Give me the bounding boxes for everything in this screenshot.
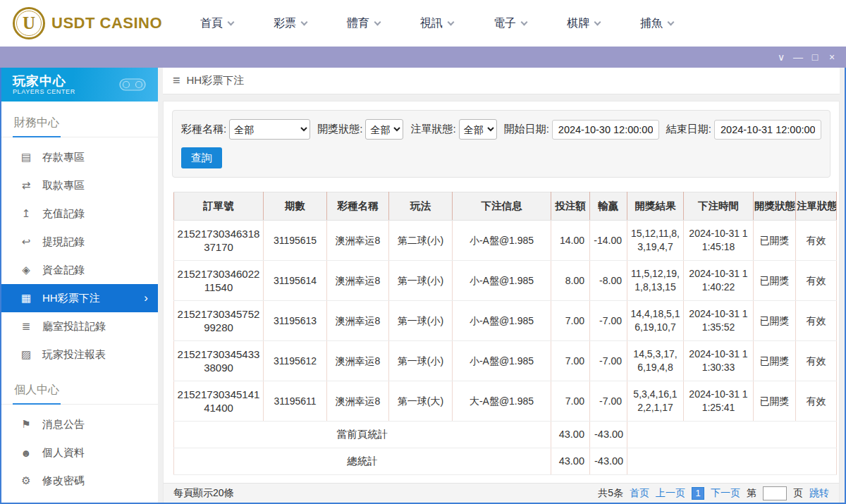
cell-order-no: 2152173034514141400 (174, 381, 264, 422)
jump-suffix-text: 页 (793, 487, 803, 500)
lottery-icon: ▦ (20, 292, 32, 305)
grand-summary-label: 總統計 (174, 448, 551, 475)
close-button[interactable]: × (823, 47, 840, 68)
cell-win-loss: -7.00 (590, 301, 627, 341)
search-button[interactable]: 查詢 (181, 147, 222, 168)
cell-draw-result: 15,12,11,8,3,19,4,7 (627, 221, 684, 261)
sidebar-item-fund-records[interactable]: ◈ 資金記錄 (1, 256, 158, 284)
cell-play: 第一球(小) (389, 341, 453, 381)
cell-draw-status: 已開獎 (754, 261, 796, 301)
grand-summary-row: 總統計 43.00 -43.00 (174, 448, 837, 475)
user-icon: ☻ (20, 447, 32, 459)
bell-icon: ⚑ (20, 418, 32, 431)
prev-page-link[interactable]: 上一页 (656, 487, 685, 500)
cell-order-no: 2152173034602211540 (174, 261, 264, 301)
deposit-icon: ▤ (20, 151, 32, 164)
nav-item-label: 捕魚 (640, 16, 663, 31)
cell-issue: 31195613 (264, 301, 327, 341)
sidebar-item-change-password[interactable]: ⚙ 修改密碼 (1, 467, 158, 495)
cell-draw-status: 已開獎 (754, 381, 796, 422)
nav-item-slots[interactable]: 電子 (494, 16, 527, 31)
next-page-link[interactable]: 下一页 (711, 487, 740, 500)
nav-item-label: 視訊 (420, 16, 443, 31)
first-page-link[interactable]: 首页 (630, 487, 649, 500)
start-date-input[interactable] (552, 120, 659, 140)
app-window: U USDT CASINO 首頁 彩票 體育 視訊 電子 (0, 0, 846, 504)
page-summary-label: 當前頁統計 (174, 422, 551, 448)
sidebar-item-recharge-records[interactable]: ↥ 充值記錄 (1, 199, 158, 228)
sidebar-item-withdrawal-records[interactable]: ↩ 提現記錄 (1, 228, 158, 256)
content-panel: 彩種名稱: 全部 開獎狀態: 全部 注單狀態: 全部 開始日期: (163, 101, 840, 503)
sidebar-item-withdraw[interactable]: ⇄ 取款專區 (1, 171, 158, 199)
sidebar: 玩家中心 PLAYERS CENTER 財務中心 ▤ 存款專區 ⇄ (1, 68, 158, 503)
table-row: 215217303463183717031195615澳洲幸运8第二球(小)小-… (174, 221, 837, 261)
lottery-select-label: 彩種名稱: (181, 123, 226, 136)
cell-lottery-name: 澳洲幸运8 (327, 381, 389, 422)
nav-item-sports[interactable]: 體育 (347, 16, 380, 31)
maximize-button[interactable]: □ (807, 47, 823, 68)
draw-status-select[interactable]: 全部 (365, 119, 403, 140)
cell-order-status: 有效 (796, 381, 837, 422)
nav-item-fishing[interactable]: 捕魚 (640, 16, 673, 31)
order-status-select[interactable]: 全部 (459, 119, 497, 140)
nav-item-lottery[interactable]: 彩票 (274, 16, 307, 31)
sidebar-item-label: 取款專區 (42, 179, 85, 192)
cell-win-loss: -7.00 (590, 381, 627, 422)
cell-draw-status: 已開獎 (754, 341, 796, 381)
sidebar-item-deposit[interactable]: ▤ 存款專區 (1, 143, 158, 171)
hamburger-icon[interactable]: ≡ (173, 73, 180, 88)
nav-item-live-video[interactable]: 視訊 (420, 16, 453, 31)
withdraw-icon: ⇄ (20, 179, 32, 192)
pager: 共5条 首页 上一页 1 下一页 第 页 跳转 (598, 486, 829, 500)
sidebar-item-player-bet-report[interactable]: ▨ 玩家投注報表 (1, 340, 158, 369)
sidebar-item-hall-bet-records[interactable]: ≣ 廳室投註記錄 (1, 312, 158, 340)
nav-item-home[interactable]: 首頁 (200, 16, 233, 31)
page-summary-row: 當前頁統計 43.00 -43.00 (174, 422, 837, 448)
sidebar-item-label: 修改密碼 (42, 474, 85, 488)
minimize-button[interactable]: — (790, 47, 807, 68)
end-date-input[interactable] (714, 120, 821, 140)
cell-win-loss: -8.00 (590, 261, 627, 301)
sidebar-item-profile[interactable]: ☻ 個人資料 (1, 438, 158, 467)
cell-order-status: 有效 (796, 221, 837, 261)
cell-lottery-name: 澳洲幸运8 (327, 261, 389, 301)
cell-bet-amount: 7.00 (551, 341, 590, 381)
filter-box: 彩種名稱: 全部 開獎狀態: 全部 注單狀態: 全部 開始日期: (172, 110, 830, 178)
nav-item-label: 電子 (494, 16, 516, 31)
cell-bet-info: 小-A盤@1.985 (453, 221, 551, 261)
cell-bet-info: 小-A盤@1.985 (453, 261, 551, 301)
nav-item-label: 首頁 (200, 16, 223, 31)
col-order-status: 注單狀態 (796, 192, 837, 221)
cell-play: 第一球(小) (389, 261, 453, 301)
chevron-down-icon (448, 18, 455, 25)
cell-order-no: 2152173034575299280 (174, 301, 264, 341)
window-chevron-button[interactable]: ∨ (773, 47, 790, 68)
nav-item-cards[interactable]: 棋牌 (567, 16, 600, 31)
jump-link[interactable]: 跳转 (809, 487, 829, 500)
chevron-down-icon (594, 18, 601, 25)
cell-bet-amount: 7.00 (551, 381, 590, 422)
page-jump-input[interactable] (763, 486, 787, 500)
cell-draw-status: 已開獎 (754, 301, 796, 341)
brand-logo[interactable]: U USDT CASINO (13, 7, 162, 39)
players-center-title: 玩家中心 (13, 74, 75, 88)
nav-item-label: 棋牌 (567, 16, 589, 31)
main-content: ≡ HH彩票下注 彩種名稱: 全部 開獎狀態: 全部 注單狀態: (158, 68, 845, 503)
cell-play: 第二球(小) (389, 221, 453, 261)
lottery-select[interactable]: 全部 (229, 119, 310, 140)
sidebar-item-hh-lottery-bets[interactable]: ▦ HH彩票下注 › (1, 284, 158, 312)
chevron-down-icon (301, 18, 308, 25)
cell-draw-result: 14,4,18,5,16,19,10,7 (627, 301, 684, 341)
chevron-down-icon (228, 18, 235, 25)
report-icon: ▨ (20, 348, 32, 361)
sidebar-item-label: 資金記錄 (42, 264, 85, 277)
cell-order-status: 有效 (796, 261, 837, 301)
cell-bet-amount: 8.00 (551, 261, 590, 301)
sidebar-item-announcements[interactable]: ⚑ 消息公告 (1, 410, 158, 438)
col-lottery-name: 彩種名稱 (327, 192, 389, 221)
total-count-text: 共5条 (598, 487, 623, 500)
finance-menu: ▤ 存款專區 ⇄ 取款專區 ↥ 充值記錄 ↩ 提現記錄 ◈ 資金記錄 (1, 137, 158, 369)
table-row: 215217303457529928031195613澳洲幸运8第一球(小)小-… (174, 301, 837, 341)
col-bet-info: 下注信息 (453, 192, 551, 221)
table-body: 215217303463183717031195615澳洲幸运8第二球(小)小-… (174, 221, 837, 422)
